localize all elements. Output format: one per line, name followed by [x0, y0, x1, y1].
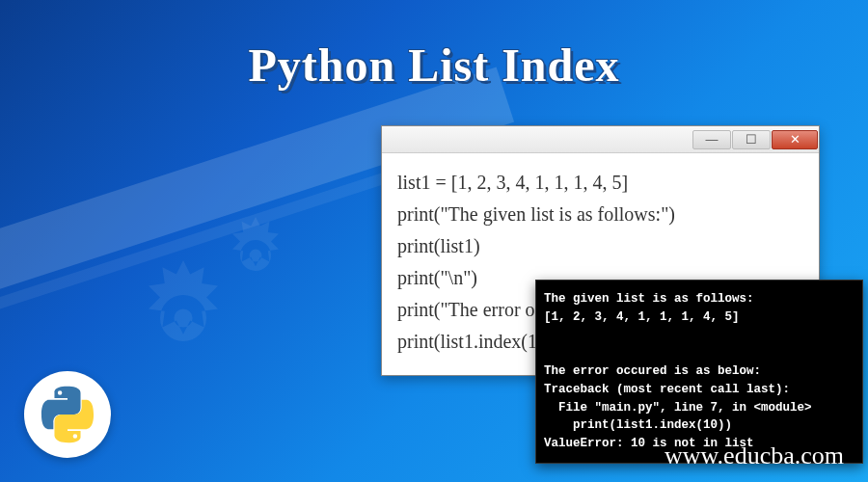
website-url: www.educba.com: [665, 442, 844, 470]
maximize-button[interactable]: ☐: [732, 130, 771, 149]
terminal-output: The given list is as follows: [1, 2, 3, …: [535, 280, 863, 464]
close-button[interactable]: ✕: [772, 130, 818, 149]
minimize-button[interactable]: —: [692, 130, 731, 149]
gear-icon: [217, 217, 294, 294]
python-logo-icon: [24, 371, 111, 458]
window-titlebar: — ☐ ✕: [382, 126, 819, 153]
page-title: Python List Index: [0, 39, 868, 92]
